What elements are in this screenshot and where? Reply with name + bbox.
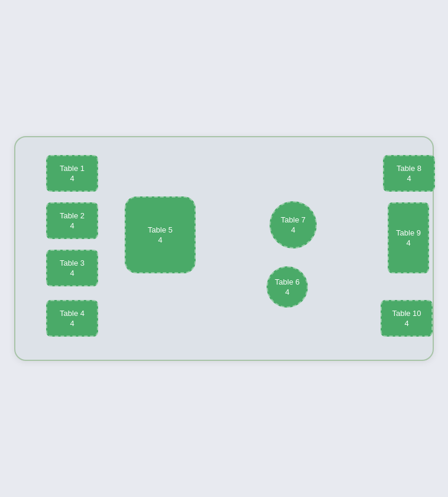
table-seats-label: 4 bbox=[285, 288, 289, 296]
table-seats-label: 4 bbox=[407, 174, 411, 183]
table-name-label: Table 4 bbox=[60, 309, 85, 318]
table-seats-label: 4 bbox=[291, 225, 295, 234]
table-seats-label: 4 bbox=[406, 238, 410, 247]
table-item-t1[interactable]: Table 14 bbox=[46, 155, 98, 192]
table-name-label: Table 6 bbox=[275, 277, 300, 287]
table-name-label: Table 2 bbox=[60, 211, 85, 221]
table-seats-label: 4 bbox=[70, 221, 74, 230]
table-seats-label: 4 bbox=[70, 319, 74, 328]
table-item-t10[interactable]: Table 104 bbox=[381, 300, 433, 337]
table-name-label: Table 1 bbox=[60, 164, 85, 173]
table-item-t4[interactable]: Table 44 bbox=[46, 300, 98, 337]
table-name-label: Table 8 bbox=[397, 164, 421, 173]
table-name-label: Table 7 bbox=[281, 215, 306, 225]
table-item-t3[interactable]: Table 34 bbox=[46, 250, 98, 286]
table-name-label: Table 10 bbox=[392, 309, 421, 318]
table-name-label: Table 3 bbox=[60, 259, 85, 268]
table-item-t5[interactable]: Table 54 bbox=[125, 196, 196, 273]
restaurant-floor-plan: Table 14Table 24Table 34Table 44Table 54… bbox=[14, 136, 434, 361]
table-seats-label: 4 bbox=[70, 174, 74, 183]
table-name-label: Table 5 bbox=[148, 225, 173, 235]
table-name-label: Table 9 bbox=[396, 228, 421, 238]
table-item-t2[interactable]: Table 24 bbox=[46, 202, 98, 239]
table-item-t6[interactable]: Table 64 bbox=[267, 266, 308, 308]
table-item-t8[interactable]: Table 84 bbox=[383, 155, 435, 192]
table-seats-label: 4 bbox=[158, 235, 162, 244]
table-seats-label: 4 bbox=[404, 319, 408, 328]
table-item-t9[interactable]: Table 94 bbox=[388, 202, 429, 273]
table-seats-label: 4 bbox=[70, 269, 74, 277]
table-item-t7[interactable]: Table 74 bbox=[270, 201, 317, 248]
